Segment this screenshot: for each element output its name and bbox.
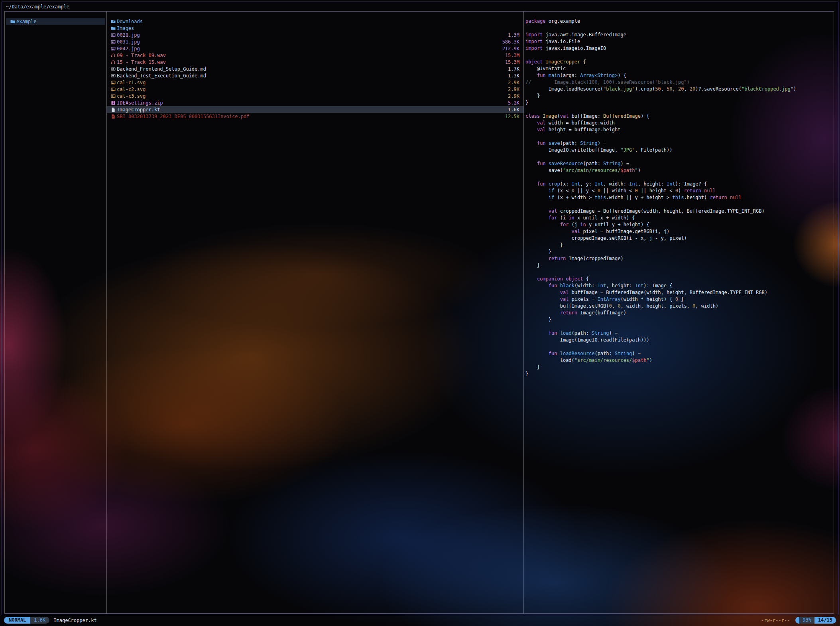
- file-name: IDEAsettings.zip: [117, 100, 163, 106]
- code-line: [525, 133, 834, 140]
- audio-icon: [111, 53, 116, 58]
- file-row[interactable]: Downloads: [107, 18, 523, 25]
- code-line: import java.awt.image.BufferedImage: [525, 32, 834, 38]
- folder-icon: [111, 26, 116, 31]
- file-size: 15.3M: [505, 59, 519, 65]
- preview-pane[interactable]: package org.example import java.awt.imag…: [524, 12, 834, 613]
- file-row[interactable]: 15 - Track 15.wav15.3M: [107, 59, 523, 65]
- code-line: class Image(val buffImage: BufferedImage…: [525, 113, 834, 120]
- code-line: if (x < 0 || y < 0 || width < 0 || heigh…: [525, 188, 834, 194]
- file-row[interactable]: cal-c2.svg2.9K: [107, 86, 523, 93]
- code-line: fun loadResource(path: String) =: [525, 350, 834, 357]
- parent-pane[interactable]: example: [5, 12, 107, 613]
- code-line: for (j in y until y + height) {: [525, 221, 834, 228]
- code-line: if (x + width > this.width || y + height…: [525, 194, 834, 201]
- file-name: cal-c2.svg: [117, 87, 146, 92]
- file-row[interactable]: Backend_Test_Execution_Guide.md1.3K: [107, 72, 523, 79]
- file-row[interactable]: 0042.jpg212.9K: [107, 45, 523, 52]
- code-line: }: [525, 99, 834, 106]
- file-row[interactable]: cal-c3.svg2.9K: [107, 93, 523, 99]
- file-name: Images: [117, 26, 134, 31]
- file-size: 1.3M: [508, 32, 519, 38]
- code-line: // Image.black(100, 100).saveResource("b…: [525, 79, 834, 86]
- vector-image-icon: [111, 94, 116, 99]
- current-pane[interactable]: DownloadsImages0028.jpg1.3M0031.jpg586.3…: [107, 12, 524, 613]
- code-line: [525, 344, 834, 350]
- code-line: load("src/main/resources/$path"): [525, 357, 834, 364]
- code-line: }: [525, 93, 834, 99]
- code-line: [525, 154, 834, 160]
- file-name: Downloads: [117, 19, 143, 24]
- vector-image-icon: [111, 80, 116, 85]
- file-row[interactable]: cal-c1.svg2.9K: [107, 79, 523, 86]
- status-filename: ImageCropper.kt: [53, 618, 96, 623]
- mode-indicator: NORMAL: [4, 617, 30, 624]
- code-line: [525, 174, 834, 181]
- file-size: 586.3K: [502, 39, 519, 45]
- code-line: val pixels = IntArray(width * height) { …: [525, 296, 834, 303]
- status-left: NORMAL 1.6K ImageCropper.kt: [4, 617, 97, 624]
- code-line: val pixel = buffImage.getRGB(i, j): [525, 228, 834, 235]
- file-name: Backend_Test_Execution_Guide.md: [117, 73, 206, 79]
- file-size: 1.3K: [508, 73, 519, 79]
- parent-dir-row[interactable]: example: [6, 18, 105, 25]
- code-line: fun main(args: Array<String>) {: [525, 72, 834, 79]
- image-icon: [111, 39, 116, 44]
- code-line: fun save(path: String) =: [525, 140, 834, 147]
- file-name: Backend_Frontend_Setup_Guide.md: [117, 66, 206, 72]
- code-line: for (i in x until x + width) {: [525, 215, 834, 221]
- file-name: SBI_0032013739_2023_DE05_0003155631Invoi…: [117, 114, 249, 119]
- code-line: val buffImage = BufferedImage(width, hei…: [525, 289, 834, 296]
- file-name: cal-c1.svg: [117, 80, 146, 85]
- file-size: 5.2K: [508, 100, 519, 106]
- status-right: -rw-r--r-- 93% 14/15: [761, 617, 836, 624]
- parent-dir-list: example: [5, 12, 106, 25]
- image-icon: [111, 46, 116, 51]
- header-bar: ~/Data/example/example: [6, 3, 69, 11]
- cursor-position: 14/15: [814, 617, 836, 624]
- file-row[interactable]: SBI_0032013739_2023_DE05_0003155631Invoi…: [107, 113, 523, 120]
- file-row[interactable]: Backend_Frontend_Setup_Guide.md1.7K: [107, 65, 523, 72]
- file-size: 2.9K: [508, 80, 519, 85]
- file-row[interactable]: 09 - Track 09.wav15.3M: [107, 52, 523, 59]
- file-name: 15 - Track 15.wav: [117, 59, 166, 65]
- code-line: @JvmStatic: [525, 65, 834, 72]
- code-line: [525, 52, 834, 59]
- code-line: }: [525, 316, 834, 323]
- code-preview: package org.example import java.awt.imag…: [524, 12, 834, 377]
- code-line: fun black(width: Int, height: Int): Imag…: [525, 282, 834, 289]
- file-row[interactable]: ImageCropper.kt1.6K: [107, 106, 523, 113]
- file-row[interactable]: IDEAsettings.zip5.2K: [107, 99, 523, 106]
- folder-icon: [10, 19, 15, 24]
- code-line: val width = buffImage.width: [525, 120, 834, 126]
- file-size: 2.9K: [508, 87, 519, 92]
- code-line: save("src/main/resources/$path"): [525, 167, 834, 174]
- code-line: import javax.imageio.ImageIO: [525, 45, 834, 52]
- file-row[interactable]: Images: [107, 25, 523, 32]
- file-list: DownloadsImages0028.jpg1.3M0031.jpg586.3…: [107, 12, 523, 120]
- code-line: Image(ImageIO.read(File(path))): [525, 337, 834, 344]
- file-size: 212.9K: [502, 46, 519, 51]
- code-line: fun saveResource(path: String) =: [525, 160, 834, 167]
- terminal-window: ~/Data/example/example example Downloads…: [2, 2, 838, 615]
- file-name: ImageCropper.kt: [117, 107, 160, 113]
- file-name: 0042.jpg: [117, 46, 140, 51]
- status-file-size: 1.6K: [30, 617, 49, 624]
- status-bar: NORMAL 1.6K ImageCropper.kt -rw-r--r-- 9…: [4, 617, 836, 624]
- code-line: }: [525, 364, 834, 371]
- code-line: [525, 323, 834, 330]
- markdown-icon: [111, 73, 116, 78]
- file-name: cal-c3.svg: [117, 93, 146, 99]
- code-line: val croppedImage = BufferedImage(width, …: [525, 208, 834, 215]
- file-size: 15.3M: [505, 53, 519, 58]
- code-line: fun crop(x: Int, y: Int, width: Int, hei…: [525, 181, 834, 188]
- file-row[interactable]: 0028.jpg1.3M: [107, 32, 523, 38]
- file-size: 1.7K: [508, 66, 519, 72]
- code-line: companion object {: [525, 276, 834, 282]
- file-name: 09 - Track 09.wav: [117, 53, 166, 58]
- code-line: return Image(buffImage): [525, 310, 834, 316]
- code-line: return Image(croppedImage): [525, 255, 834, 262]
- file-row[interactable]: 0031.jpg586.3K: [107, 38, 523, 45]
- code-line: buffImage.setRGB(0, 0, width, height, pi…: [525, 303, 834, 310]
- file-icon: [111, 107, 116, 112]
